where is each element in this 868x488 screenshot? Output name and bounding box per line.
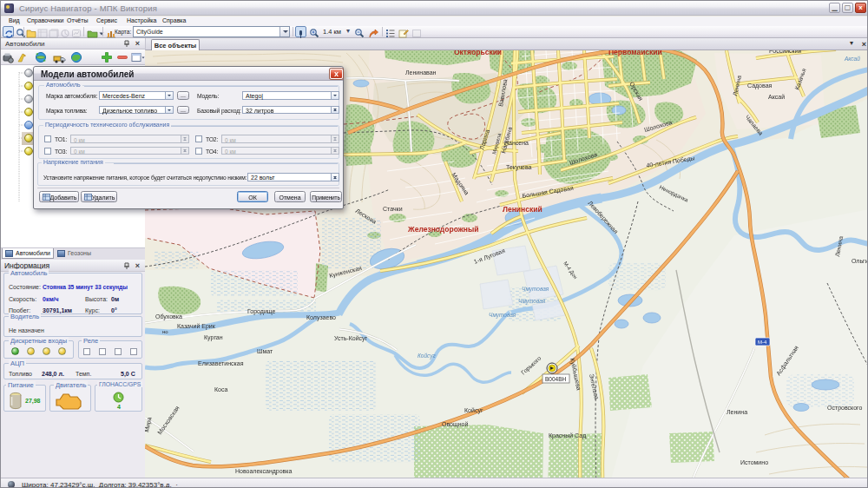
svg-text:Колузаево: Колузаево: [306, 314, 336, 321]
svg-text:Первомайский: Первомайский: [608, 50, 662, 56]
svg-text:Койсуг: Койсуг: [464, 407, 483, 414]
svg-text:Ольгин: Ольгин: [852, 258, 868, 264]
svg-text:Стачки: Стачки: [383, 206, 403, 212]
svg-text:Красный Сад: Красный Сад: [549, 432, 586, 439]
svg-text:Ленинаван: Ленинаван: [405, 69, 437, 76]
svg-text:но: но: [162, 329, 168, 334]
svg-text:Российский: Российский: [769, 50, 802, 54]
svg-text:Аксай: Аксай: [844, 56, 860, 62]
svg-text:Истомино: Истомино: [740, 459, 768, 465]
svg-text:Чмутовая: Чмутовая: [489, 312, 516, 319]
svg-text:Обуховка: Обуховка: [155, 313, 182, 320]
svg-text:Чмутовая: Чмутовая: [522, 286, 549, 293]
svg-text:Шмат: Шмат: [257, 348, 273, 354]
svg-text:Коса: Коса: [214, 386, 227, 392]
svg-text:В004ВН: В004ВН: [545, 376, 567, 382]
svg-text:Курган: Курган: [204, 334, 223, 341]
svg-text:Ленина: Ленина: [727, 409, 747, 415]
svg-text:Аксай: Аксай: [768, 94, 785, 100]
svg-text:Елизаветинская: Елизаветинская: [198, 360, 244, 366]
svg-text:Койсуг: Койсуг: [418, 353, 436, 359]
svg-text:Железнодорожный: Железнодорожный: [407, 225, 478, 234]
svg-text:Садовая: Садовая: [747, 82, 773, 89]
svg-text:Ленинский: Ленинский: [503, 205, 542, 214]
svg-text:Островского: Островского: [827, 405, 863, 412]
svg-text:Октябрьский: Октябрьский: [454, 50, 502, 56]
svg-text:Чмутовая: Чмутовая: [518, 298, 546, 305]
svg-text:М-4: М-4: [758, 340, 767, 345]
svg-text:Казачий Ерик: Казачий Ерик: [177, 323, 216, 330]
svg-text:Городище: Городище: [247, 308, 276, 315]
svg-text:Овощной: Овощной: [442, 421, 468, 428]
svg-text:Новоалександровка: Новоалександровка: [235, 468, 293, 475]
svg-text:Текучева: Текучева: [506, 164, 532, 171]
svg-text:Усть-Койсуг: Усть-Койсуг: [334, 335, 368, 342]
